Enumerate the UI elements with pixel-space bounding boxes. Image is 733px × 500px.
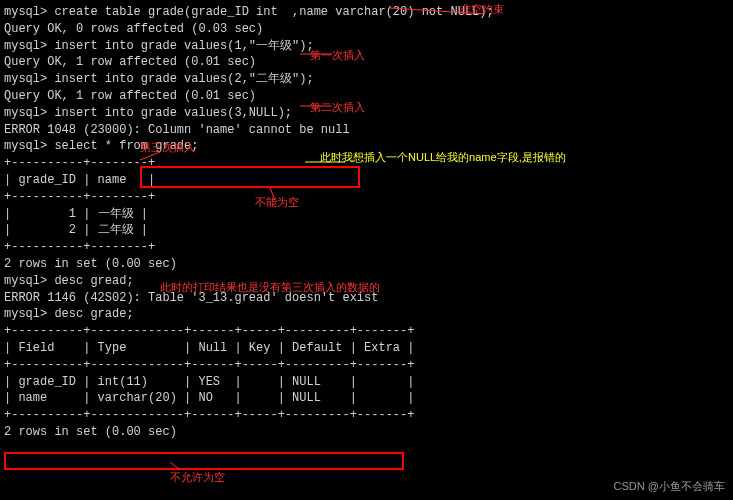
table-border: +----------+--------+ [4,239,729,256]
rows-in-set: 2 rows in set (0.00 sec) [4,424,729,441]
table-border: +----------+--------+ [4,189,729,206]
annotation-not-null-constraint: 非空约束 [460,2,504,17]
rows-in-set: 2 rows in set (0.00 sec) [4,256,729,273]
error-1048: ERROR 1048 (23000): Column 'name' cannot… [4,122,729,139]
table-border: +----------+-------------+------+-----+-… [4,323,729,340]
sql-desc: mysql> desc grade; [4,306,729,323]
highlight-box-desc-row [4,452,404,470]
annotation-second-insert: 第二次插入 [310,100,365,115]
annotation-third-insert: 第三次插入 [140,140,195,155]
sql-insert-2: mysql> insert into grade values(2,"二年级")… [4,71,729,88]
csdn-watermark: CSDN @小鱼不会骑车 [614,479,725,494]
table-border: +----------+-------------+------+-----+-… [4,407,729,424]
table-border: +----------+-------------+------+-----+-… [4,357,729,374]
sql-insert-3: mysql> insert into grade values(3,NULL); [4,105,729,122]
highlight-box-error [140,166,360,188]
sql-insert-1: mysql> insert into grade values(1,"一年级")… [4,38,729,55]
annotation-print-result: 此时的打印结果也是没有第三次插入的数据的 [160,280,380,295]
annotation-cannot-be-null: 不能为空 [255,195,299,210]
table-row: | grade_ID | int(11) | YES | | NULL | | [4,374,729,391]
annotation-null-error-explain: 此时我想插入一个NULL给我的name字段,是报错的 [320,150,566,165]
annotation-not-allow-null: 不允许为空 [170,470,225,485]
table-row: | 1 | 一年级 | [4,206,729,223]
query-ok-3: Query OK, 1 row affected (0.01 sec) [4,88,729,105]
query-ok-1: Query OK, 0 rows affected (0.03 sec) [4,21,729,38]
sql-create-table: mysql> create table grade(grade_ID int ,… [4,4,729,21]
table-row: | 2 | 二年级 | [4,222,729,239]
table-header: | grade_ID | name | [4,172,729,189]
table-header: | Field | Type | Null | Key | Default | … [4,340,729,357]
annotation-first-insert: 第一次插入 [310,48,365,63]
table-row: | name | varchar(20) | NO | | NULL | | [4,390,729,407]
query-ok-2: Query OK, 1 row affected (0.01 sec) [4,54,729,71]
